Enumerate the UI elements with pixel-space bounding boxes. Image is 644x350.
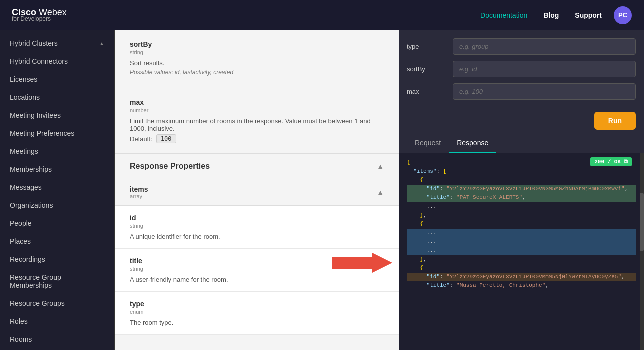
chevron-up-icon2: ▲ — [377, 188, 384, 196]
nav-blog[interactable]: Blog — [544, 11, 559, 19]
sidebar-label: Resource Group Memberships — [10, 273, 104, 289]
field-label-type: type — [407, 43, 447, 50]
param-max-type: number — [130, 107, 384, 113]
sidebar-item-recordings[interactable]: Recordings — [0, 250, 114, 268]
param-max: max number Limit the maximum number of r… — [115, 88, 399, 154]
sidebar-item-places[interactable]: Places — [0, 232, 114, 250]
sidebar-label: Meeting Preferences — [10, 129, 74, 137]
tab-request[interactable]: Request — [407, 134, 449, 153]
sidebar-item-rooms[interactable]: Rooms — [0, 330, 114, 348]
avatar[interactable]: PC — [614, 6, 632, 24]
param-max-default: Default: 100 — [130, 134, 384, 143]
api-fields: type sortBy max — [399, 30, 644, 108]
sidebar-label: Licenses — [10, 75, 38, 83]
param-sortby-possible: Possible values: id, lastactivity, creat… — [130, 69, 384, 76]
property-title-type: string — [130, 266, 384, 272]
logo-area: Cisco Webex for Developers — [12, 8, 67, 22]
field-label-max: max — [407, 88, 447, 95]
sidebar-item-hybrid-connectors[interactable]: Hybrid Connectors — [0, 52, 114, 70]
sidebar-item-messages[interactable]: Messages — [0, 178, 114, 196]
field-label-sortby: sortBy — [407, 65, 447, 73]
status-text: 200 / OK — [594, 159, 621, 165]
main-content: sortBy string Sort results. Possible val… — [115, 30, 399, 350]
property-id-desc: A unique identifier for the room. — [130, 233, 384, 240]
property-title-desc: A user-friendly name for the room. — [130, 276, 384, 283]
param-max-name: max — [130, 98, 384, 106]
sidebar-item-licenses[interactable]: Licenses — [0, 70, 114, 88]
sidebar-label: People — [10, 219, 32, 227]
param-sortby-name: sortBy — [130, 40, 384, 48]
run-btn-row: Run — [399, 108, 644, 134]
scrollbar-track[interactable] — [640, 153, 644, 350]
response-properties-title: Response Properties — [130, 162, 210, 171]
json-line-highlight: "id": "Y2lzY29zcGFyazovL3VzL1JPT00vNGM5M… — [407, 185, 636, 194]
property-id-name: id — [130, 214, 384, 222]
sidebar: Hybrid Clusters ▲ Hybrid Connectors Lice… — [0, 30, 115, 350]
header: Cisco Webex for Developers Documentation… — [0, 0, 644, 30]
property-type-type: enum — [130, 309, 384, 315]
sidebar-label: Memberships — [10, 165, 52, 173]
tab-response[interactable]: Response — [449, 134, 496, 153]
items-header[interactable]: items array ▲ — [115, 179, 399, 206]
sidebar-label: Hybrid Clusters — [10, 39, 58, 47]
sidebar-item-resource-group-memberships[interactable]: Resource Group Memberships — [0, 268, 114, 294]
field-input-max[interactable] — [453, 83, 636, 100]
field-input-sortby[interactable] — [453, 61, 636, 77]
json-line: }, — [407, 255, 636, 264]
field-row-sortby: sortBy — [407, 61, 636, 77]
param-max-default-value: 100 — [156, 134, 176, 143]
sidebar-item-hybrid-clusters[interactable]: Hybrid Clusters ▲ — [0, 34, 114, 52]
sidebar-item-meeting-invitees[interactable]: Meeting Invitees — [0, 106, 114, 124]
run-button[interactable]: Run — [594, 112, 636, 130]
field-input-type[interactable] — [453, 38, 636, 55]
logo-text: Cisco Webex for Developers — [12, 8, 67, 22]
response-properties-header[interactable]: Response Properties ▲ — [115, 154, 399, 179]
sidebar-item-resource-groups[interactable]: Resource Groups — [0, 294, 114, 312]
response-tabs: Request Response — [399, 134, 644, 153]
sidebar-label: Places — [10, 237, 31, 245]
param-sortby-desc: Sort results. — [130, 59, 384, 67]
field-row-max: max — [407, 83, 636, 100]
property-id: id string A unique identifier for the ro… — [115, 206, 399, 249]
json-line: { — [407, 264, 636, 273]
sidebar-label: Organizations — [10, 201, 53, 209]
chevron-up-icon: ▲ — [377, 162, 384, 170]
param-max-desc: Limit the maximum number of rooms in the… — [130, 117, 384, 132]
property-title: title string A user-friendly name for th… — [115, 249, 399, 292]
json-line: ... — [407, 237, 636, 246]
sidebar-item-people[interactable]: People — [0, 214, 114, 232]
nav-support[interactable]: Support — [575, 11, 602, 19]
param-sortby-type: string — [130, 49, 384, 55]
sidebar-label: Roles — [10, 317, 28, 325]
property-title-name: title — [130, 257, 384, 265]
param-sortby: sortBy string Sort results. Possible val… — [115, 30, 399, 88]
items-name: items — [130, 185, 148, 193]
property-id-type: string — [130, 223, 384, 229]
sidebar-item-organizations[interactable]: Organizations — [0, 196, 114, 214]
json-line: }, — [407, 211, 636, 220]
json-line: { — [407, 220, 636, 229]
sidebar-item-locations[interactable]: Locations — [0, 88, 114, 106]
sidebar-label: Recordings — [10, 255, 46, 263]
json-line: "title": "Mussa Peretto, Christophe", — [407, 281, 636, 290]
scrollbar-thumb[interactable] — [640, 193, 644, 252]
status-badge: 200 / OK ⧉ — [590, 157, 632, 166]
items-type: array — [130, 193, 148, 199]
sidebar-label: Locations — [10, 93, 40, 101]
sidebar-item-memberships[interactable]: Memberships — [0, 160, 114, 178]
json-line: "items": [ — [407, 167, 636, 176]
nav-documentation[interactable]: Documentation — [480, 11, 528, 19]
sidebar-label: Hybrid Connectors — [10, 57, 68, 65]
sidebar-label: Meeting Invitees — [10, 111, 61, 119]
sidebar-label: Meetings — [10, 147, 38, 155]
json-line: ... — [407, 246, 636, 255]
sidebar-item-roles[interactable]: Roles — [0, 312, 114, 330]
sidebar-label: Messages — [10, 183, 42, 191]
property-type-desc: The room type. — [130, 319, 384, 326]
sidebar-item-meeting-preferences[interactable]: Meeting Preferences — [0, 124, 114, 142]
json-line-highlight2: "title": "PAT_SecureX_ALERTS", — [407, 193, 636, 202]
right-panel: type sortBy max Run Request Response 200… — [399, 30, 644, 350]
copy-icon[interactable]: ⧉ — [624, 159, 628, 165]
json-line: ... — [407, 229, 636, 238]
sidebar-item-meetings[interactable]: Meetings — [0, 142, 114, 160]
